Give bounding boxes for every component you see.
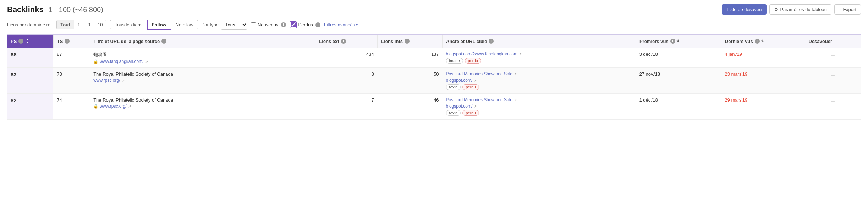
domaine-3-button[interactable]: 3: [84, 20, 94, 29]
tags-row: imageperdu: [446, 58, 632, 64]
derniers-vus-info-icon: i: [755, 39, 760, 44]
liens-par-domaine-label: Liens par domaine réf.: [7, 22, 53, 27]
derniers-vus-date: 4 jan.'19: [725, 52, 742, 57]
ps-info-icon: i: [18, 39, 23, 44]
td-title: 翻墙看🔒www.fanqiangkan.com/↗: [90, 48, 315, 68]
td-ancre: Postcard Memories Show and Sale↗blogspot…: [443, 94, 636, 120]
filters-row: Liens par domaine réf. Tout 1 3 10 Tous …: [7, 20, 861, 30]
tag-type: texte: [446, 84, 461, 90]
lock-icon: 🔒: [93, 104, 98, 109]
liens-ext-info-icon: i: [341, 39, 346, 44]
premiers-vus-info-icon: i: [670, 39, 675, 44]
perdus-info-icon: i: [315, 22, 320, 27]
filtres-avances-link[interactable]: Filtres avancés ▾: [324, 22, 358, 27]
anchor-text: Postcard Memories Show and Sale: [446, 71, 512, 76]
page-title: Backlinks 1 - 100 (~46 800): [7, 5, 103, 14]
td-ancre: blogspot.com/?www.fanqiangkan.com↗imagep…: [443, 48, 636, 68]
add-desavow-button[interactable]: +: [829, 71, 837, 80]
th-desavouer: Désavouer: [805, 34, 861, 48]
td-premiers-vus: 3 déc.'18: [636, 48, 721, 68]
anchor-target-link[interactable]: Postcard Memories Show and Sale↗: [446, 71, 632, 76]
source-title: The Royal Philatelic Society of Canada: [93, 97, 312, 103]
tags-row: texteperdu: [446, 84, 632, 90]
nouveaux-group: Nouveaux i: [251, 22, 286, 27]
anchor-url-ext-icon: ↗: [474, 104, 477, 108]
td-derniers-vus: 23 mars'19: [721, 68, 805, 94]
anchor-url-link[interactable]: blogspot.com/↗: [446, 104, 632, 109]
domaine-10-button[interactable]: 10: [94, 20, 106, 29]
url-text: www.rpsc.org/: [93, 78, 120, 83]
tags-row: texteperdu: [446, 110, 632, 116]
nouveaux-checkbox[interactable]: [251, 22, 256, 27]
gear-icon: ⚙: [774, 7, 778, 12]
source-url-link[interactable]: 🔒www.rpsc.org/↗: [93, 104, 312, 109]
nofollow-button[interactable]: Nofollow: [171, 20, 198, 29]
perdus-label: Perdus: [298, 22, 313, 27]
td-liens-int: 46: [378, 94, 443, 120]
source-title: The Royal Philatelic Society of Canada: [93, 71, 312, 77]
tag-perdu: perdu: [462, 110, 479, 116]
anchor-target-link[interactable]: blogspot.com/?www.fanqiangkan.com↗: [446, 52, 632, 56]
td-derniers-vus: 4 jan.'19: [721, 48, 805, 68]
par-type-select[interactable]: Tous Texte Image: [221, 20, 247, 30]
tag-perdu: perdu: [462, 84, 479, 90]
domaine-ref-group: Tout 1 3 10: [56, 20, 106, 29]
disavow-button[interactable]: Liste de désaveu: [722, 4, 767, 15]
header-row: Backlinks 1 - 100 (~46 800) Liste de dés…: [7, 4, 861, 15]
ps-sort-arrows[interactable]: ▲ ▼: [26, 38, 29, 44]
external-link-icon: ↗: [122, 79, 125, 82]
td-liens-int: 137: [378, 48, 443, 68]
export-button[interactable]: ↑ Export: [834, 4, 861, 15]
td-desavouer: +: [805, 94, 861, 120]
source-url-link[interactable]: www.rpsc.org/↗: [93, 78, 312, 83]
source-url-link[interactable]: 🔒www.fanqiangkan.com/↗: [93, 59, 312, 64]
anchor-url-text: blogspot.com/: [446, 78, 473, 83]
th-ancre-url: Ancre et URL cible i: [443, 34, 636, 48]
add-desavow-button[interactable]: +: [829, 97, 837, 106]
url-text: www.fanqiangkan.com/: [100, 59, 143, 64]
perdus-checkbox[interactable]: [291, 22, 296, 27]
td-desavouer: +: [805, 68, 861, 94]
anchor-url-link[interactable]: blogspot.com/↗: [446, 78, 632, 83]
td-ts: 74: [53, 94, 90, 120]
td-premiers-vus: 1 déc.'18: [636, 94, 721, 120]
td-derniers-vus: 29 mars'19: [721, 94, 805, 120]
ancre-url-info-icon: i: [489, 39, 494, 44]
link-type-buttons: Tous les liens Follow Nofollow: [110, 20, 198, 30]
settings-button[interactable]: ⚙ Paramètres du tableau: [769, 4, 831, 15]
perdus-group: Perdus i: [290, 21, 320, 28]
title-range: 1 - 100 (~46 800): [49, 6, 103, 13]
derniers-sort-arrows[interactable]: ⇅: [761, 39, 764, 43]
anchor-external-icon: ↗: [519, 52, 522, 56]
anchor-external-icon: ↗: [514, 98, 517, 102]
th-titre-url: Titre et URL de la page source i: [90, 34, 315, 48]
th-derniers-vus: Derniers vus i ⇅: [721, 34, 805, 48]
chevron-down-icon: ▾: [356, 23, 358, 27]
derniers-vus-date: 23 mars'19: [725, 71, 747, 77]
td-title: The Royal Philatelic Society of Canadaww…: [90, 68, 315, 94]
anchor-text: blogspot.com/?www.fanqiangkan.com: [446, 52, 517, 56]
anchor-url-text: blogspot.com/: [446, 104, 473, 109]
table-header-row: PS i ▲ ▼ TS i: [7, 34, 861, 48]
td-liens-ext: 434: [315, 48, 378, 68]
domaine-tout-button[interactable]: Tout: [57, 20, 74, 29]
url-text: www.rpsc.org/: [100, 104, 126, 109]
domaine-1-button[interactable]: 1: [74, 20, 84, 29]
lock-icon: 🔒: [93, 59, 98, 64]
follow-button[interactable]: Follow: [147, 20, 171, 30]
title-text: Backlinks: [7, 5, 44, 14]
premiers-sort-arrows[interactable]: ⇅: [676, 39, 679, 43]
anchor-target-link[interactable]: Postcard Memories Show and Sale↗: [446, 97, 632, 102]
td-ts: 73: [53, 68, 90, 94]
export-icon: ↑: [839, 7, 841, 12]
tag-type: texte: [446, 110, 461, 116]
tous-les-liens-button[interactable]: Tous les liens: [110, 20, 147, 29]
th-liens-ext: Liens ext i: [315, 34, 378, 48]
th-ps: PS i ▲ ▼: [7, 34, 53, 48]
td-ps: 88: [7, 48, 53, 68]
backlinks-table: PS i ▲ ▼ TS i: [7, 34, 861, 120]
liens-int-info-icon: i: [405, 39, 410, 44]
td-liens-ext: 7: [315, 94, 378, 120]
add-desavow-button[interactable]: +: [829, 52, 837, 60]
td-liens-int: 50: [378, 68, 443, 94]
